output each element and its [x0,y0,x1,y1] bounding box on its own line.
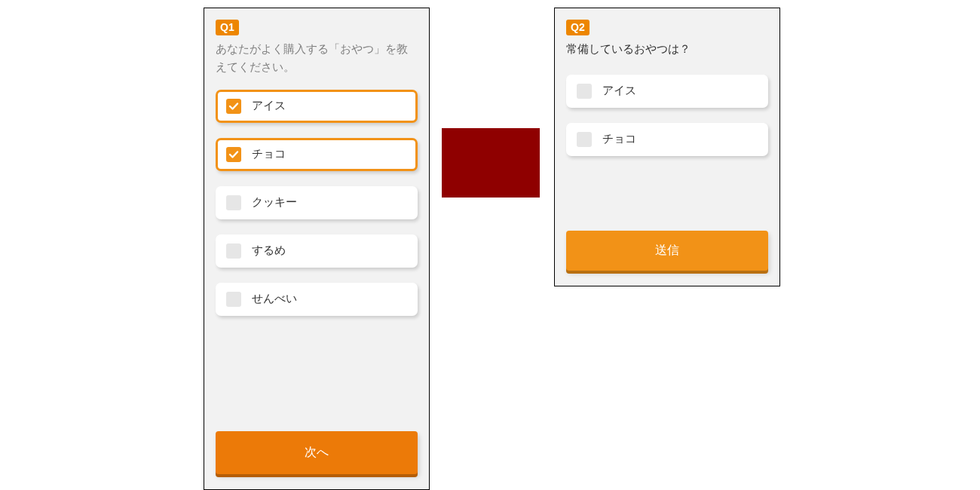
option-item[interactable]: チョコ [566,123,768,156]
checkbox-checked-icon [226,147,241,162]
arrow-placeholder-block [442,128,540,198]
checkbox-unchecked-icon [226,243,241,259]
option-list-q1: アイス チョコ クッキー するめ せんべい [216,90,418,316]
question-badge-q2: Q2 [566,20,590,35]
survey-panel-q1: Q1 あなたがよく購入する「おやつ」を教えてください。 アイス チョコ クッキー [204,8,430,490]
option-label: チョコ [252,147,286,161]
option-label: アイス [602,84,636,98]
submit-button[interactable]: 送信 [566,231,768,271]
option-item[interactable]: クッキー [216,186,418,219]
option-label: せんべい [252,292,297,306]
option-item[interactable]: アイス [566,75,768,108]
option-label: するめ [252,243,286,258]
question-badge-q1: Q1 [216,20,239,35]
option-item[interactable]: アイス [216,90,418,123]
question-prompt-q1: あなたがよく購入する「おやつ」を教えてください。 [216,40,418,76]
option-item[interactable]: するめ [216,234,418,268]
checkbox-unchecked-icon [226,292,241,307]
option-label: アイス [252,99,286,113]
option-item[interactable]: せんべい [216,283,418,316]
checkbox-unchecked-icon [226,195,241,210]
survey-panel-q2: Q2 常備しているおやつは？ アイス チョコ 送信 [554,8,780,286]
option-label: チョコ [602,132,636,146]
option-label: クッキー [252,195,297,210]
checkbox-unchecked-icon [577,84,592,99]
checkbox-checked-icon [226,99,241,114]
checkbox-unchecked-icon [577,132,592,147]
next-button[interactable]: 次へ [216,431,418,474]
question-prompt-q2: 常備しているおやつは？ [566,40,768,58]
option-item[interactable]: チョコ [216,138,418,171]
option-list-q2: アイス チョコ [566,75,768,156]
